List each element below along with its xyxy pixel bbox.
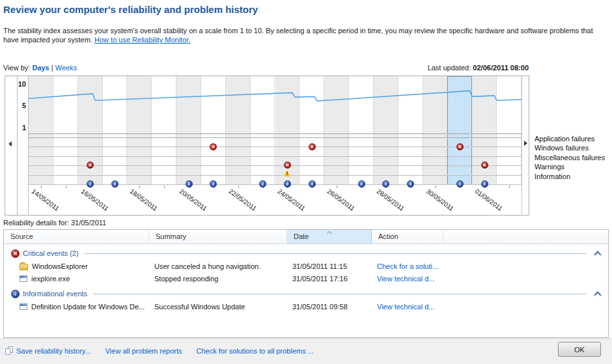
source-cell: WindowsExplorer <box>4 262 149 270</box>
details-table: SourceSummaryDateAction ✕Critical events… <box>3 229 609 338</box>
date-label: 14/05/2011 <box>30 188 60 212</box>
source-text: iexplore.exe <box>31 275 70 283</box>
date-label: 28/05/2011 <box>375 188 405 212</box>
chart-day-column[interactable] <box>349 76 374 185</box>
save-reliability-history-link[interactable]: Save reliability history... <box>16 347 91 355</box>
collapse-chevron-icon[interactable] <box>594 251 601 258</box>
view-days-link[interactable]: Days <box>32 64 49 72</box>
footer-link-item: Check for solutions to all problems ... <box>197 347 314 355</box>
source-text: WindowsExplorer <box>32 262 88 270</box>
last-updated-value: 02/06/2011 08:00 <box>473 64 529 72</box>
info-icon: i <box>11 290 20 298</box>
event-row[interactable]: iexplore.exeStopped responding31/05/2011… <box>4 272 608 285</box>
info-icon: i <box>407 180 414 188</box>
page-title: Review your computer's reliability and p… <box>3 4 258 15</box>
group-rule <box>93 294 587 294</box>
summary-cell: Successful Windows Update <box>149 303 287 311</box>
event-row[interactable]: Definition Update for Windows De...Succe… <box>4 300 608 313</box>
chart-day-column[interactable] <box>201 76 226 185</box>
chart-day-column[interactable] <box>29 76 53 185</box>
action-link[interactable]: Check for a soluti... <box>377 262 438 270</box>
chart-event-marker: i <box>481 176 488 188</box>
chart-day-column[interactable] <box>226 76 251 185</box>
description-text: The stability index assesses your system… <box>3 27 593 44</box>
info-icon: i <box>210 180 217 188</box>
chart-day-column[interactable] <box>103 76 128 185</box>
action-cell: View technical d... <box>372 303 443 311</box>
date-tick <box>66 186 66 188</box>
date-tick <box>41 186 42 188</box>
table-header: SourceSummaryDateAction <box>4 230 608 244</box>
column-header-action[interactable]: Action <box>372 230 443 244</box>
chart-day-column[interactable] <box>299 76 324 185</box>
chart-event-marker: i <box>87 176 94 188</box>
date-tick <box>436 186 436 188</box>
info-icon: i <box>284 180 291 188</box>
summary-cell: Stopped responding <box>149 275 287 283</box>
date-cell: 31/05/2011 09:58 <box>287 303 372 311</box>
date-label: 18/05/2011 <box>129 188 159 212</box>
action-link[interactable]: View technical d... <box>377 303 434 311</box>
legend-item-warnings: Warnings <box>535 162 611 171</box>
info-icon: i <box>309 180 316 188</box>
collapse-chevron-icon[interactable] <box>594 291 601 298</box>
help-link[interactable]: How to use Reliability Monitor. <box>94 36 190 44</box>
view-weeks-link[interactable]: Weeks <box>55 64 77 72</box>
column-header-source[interactable]: Source <box>4 230 149 244</box>
details-caption: Reliability details for: 31/05/2011 <box>3 219 106 227</box>
chart-day-column[interactable] <box>152 76 176 185</box>
last-updated: Last updated: 02/06/2011 08:00 <box>428 64 529 72</box>
group-row-informational-events[interactable]: iInformational events <box>4 287 608 300</box>
legend-item-windows-failures: Windows failures <box>535 143 611 152</box>
error-icon: ✕ <box>481 161 488 169</box>
scroll-right-icon <box>524 141 527 146</box>
chart-day-column-selected[interactable] <box>447 76 472 185</box>
chart-legend: Application failuresWindows failuresMisc… <box>535 134 611 181</box>
chart-day-column[interactable] <box>423 76 448 185</box>
chart-day-column[interactable] <box>251 76 275 185</box>
header-filler <box>443 230 608 244</box>
date-tick <box>337 186 337 188</box>
action-cell: View technical d... <box>372 275 443 283</box>
chart-day-column[interactable] <box>127 76 152 185</box>
date-cell: 31/05/2011 11:15 <box>287 262 372 270</box>
date-label: 22/05/2011 <box>227 188 257 212</box>
group-row-critical-events-2[interactable]: ✕Critical events (2) <box>4 247 608 260</box>
chart-event-marker: ✕ <box>481 158 488 169</box>
chart-scroll-left[interactable] <box>5 76 18 215</box>
info-icon: i <box>481 180 488 188</box>
info-icon: i <box>456 180 464 188</box>
stability-chart: 1051 ✕✕✕✕✕✕!iiiiiiiiiiii14/05/201116/05/… <box>5 76 529 216</box>
save-history-icon <box>5 346 13 355</box>
info-icon: i <box>259 180 266 188</box>
date-tick <box>139 186 140 188</box>
source-cell: Definition Update for Windows De... <box>4 303 149 311</box>
chart-event-marker: i <box>111 176 118 188</box>
date-label: 01/06/2011 <box>474 188 504 212</box>
chart-day-column[interactable] <box>497 76 522 185</box>
ok-button[interactable]: OK <box>558 342 601 357</box>
chart-day-column[interactable] <box>324 76 349 185</box>
error-icon: ✕ <box>11 249 20 258</box>
event-row[interactable]: WindowsExplorerUser canceled a hung navi… <box>4 260 608 272</box>
footer-links: Save reliability history...View all prob… <box>0 339 612 355</box>
view-all-problem-reports-link[interactable]: View all problem reports <box>105 347 182 355</box>
application-window-icon <box>20 303 27 310</box>
footer-bar: Save reliability history...View all prob… <box>0 338 612 364</box>
chart-event-marker: i <box>456 176 464 188</box>
date-label: 16/05/2011 <box>79 188 109 212</box>
chart-day-column[interactable] <box>374 76 398 185</box>
legend-item-miscellaneous-failures: Miscellaneous failures <box>535 153 611 162</box>
column-header-date[interactable]: Date <box>287 230 372 244</box>
group-label: Critical events (2) <box>23 249 79 257</box>
chart-day-column[interactable] <box>176 76 201 185</box>
chart-day-column[interactable] <box>398 76 423 185</box>
action-link[interactable]: View technical d... <box>377 275 434 283</box>
check-for-solutions-link[interactable]: Check for solutions to all problems ... <box>197 347 314 355</box>
column-header-summary[interactable]: Summary <box>149 230 287 244</box>
source-cell: iexplore.exe <box>4 275 149 283</box>
chart-event-marker: i <box>382 176 389 188</box>
chart-day-column[interactable] <box>53 76 78 185</box>
chart-scroll-right[interactable] <box>522 76 529 215</box>
date-label: 26/05/2011 <box>326 188 356 212</box>
